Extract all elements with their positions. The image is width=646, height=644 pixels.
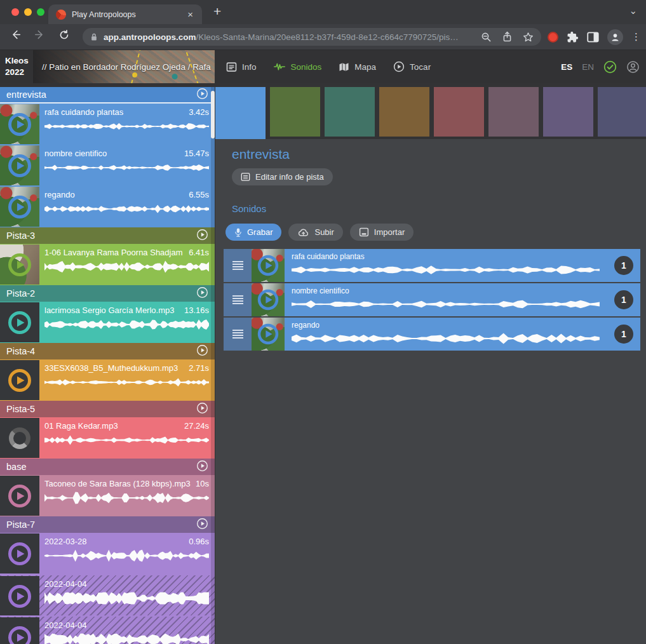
- track-play-button[interactable]: [196, 229, 208, 243]
- sound-thumbnail[interactable]: [252, 249, 285, 282]
- track-play-button[interactable]: [196, 460, 208, 474]
- track-play-button[interactable]: [196, 344, 208, 358]
- nav-item-mapa[interactable]: Mapa: [339, 62, 376, 72]
- track-color-block[interactable]: [270, 87, 320, 137]
- import-button[interactable]: Importar: [350, 224, 414, 241]
- sound-thumbnail[interactable]: [0, 418, 39, 458]
- sync-check-icon[interactable]: [603, 60, 617, 74]
- url-bar[interactable]: app.antropoloops.com/Kleos-Santa-Marina/…: [83, 28, 541, 46]
- sidebar-scrollbar[interactable]: [211, 87, 215, 644]
- track-play-button[interactable]: [196, 402, 208, 416]
- nav-label: Tocar: [410, 62, 431, 72]
- panel-sound-row[interactable]: regando1: [224, 318, 640, 351]
- sound-item[interactable]: 33ESX6038_B5_Muthedukkum.mp32.71s: [0, 359, 215, 401]
- sound-thumbnail[interactable]: [0, 245, 39, 285]
- track-color-block[interactable]: [325, 87, 375, 137]
- back-button[interactable]: [10, 29, 22, 44]
- import-icon: [359, 227, 369, 237]
- reload-button[interactable]: [58, 29, 70, 44]
- track-color-block[interactable]: [543, 87, 593, 137]
- sound-item[interactable]: rafa cuidando plantas3.42s: [0, 104, 215, 145]
- sound-thumbnail[interactable]: [0, 576, 39, 616]
- sound-item[interactable]: Taconeo de Sara Baras (128 kbps).mp310s: [0, 475, 215, 516]
- panel-sound-row[interactable]: rafa cuidando plantas1: [224, 249, 640, 282]
- sound-body[interactable]: regando1: [285, 318, 640, 351]
- sound-thumbnail[interactable]: [0, 360, 39, 400]
- bookmark-star-icon[interactable]: [523, 32, 534, 43]
- track-play-button[interactable]: [196, 286, 208, 300]
- track-header[interactable]: Pista-2: [0, 285, 215, 302]
- track-header[interactable]: Pista-3: [0, 227, 215, 244]
- track-header[interactable]: Pista-4: [0, 343, 215, 359]
- sound-waveform: [44, 633, 209, 644]
- track-play-button[interactable]: [196, 518, 208, 532]
- minimize-window-button[interactable]: [24, 8, 32, 16]
- upload-button[interactable]: Subir: [288, 224, 342, 241]
- browser-tab[interactable]: Play Antropoloops ×: [48, 4, 202, 24]
- track-color-block[interactable]: [215, 87, 266, 139]
- track-color-block[interactable]: [434, 87, 484, 137]
- microphone-icon: [234, 227, 242, 238]
- close-tab-icon[interactable]: ×: [186, 8, 194, 20]
- panel-sound-row[interactable]: nombre cientifico1: [224, 283, 640, 316]
- close-window-button[interactable]: [11, 8, 19, 16]
- sound-item[interactable]: 2022-04-04: [0, 574, 215, 615]
- drag-handle[interactable]: [224, 318, 252, 351]
- record-button[interactable]: Grabar: [225, 224, 281, 241]
- edit-track-info-button[interactable]: Editar info de pista: [232, 168, 333, 185]
- track-header[interactable]: Pista-5: [0, 401, 215, 417]
- recording-extension-icon[interactable]: [548, 32, 558, 43]
- share-icon[interactable]: [502, 31, 512, 43]
- track-color-block[interactable]: [488, 87, 539, 137]
- sound-thumbnail[interactable]: [0, 617, 39, 644]
- sound-thumbnail[interactable]: [0, 104, 39, 144]
- new-tab-button[interactable]: +: [213, 4, 221, 19]
- sound-thumbnail[interactable]: [0, 476, 39, 516]
- account-icon[interactable]: [626, 60, 640, 74]
- track-play-button[interactable]: [196, 88, 208, 102]
- track-header[interactable]: entrevista: [0, 87, 215, 104]
- sound-thumbnail[interactable]: [0, 145, 39, 185]
- sound-thumbnail[interactable]: [0, 187, 39, 227]
- tab-search-chevron-icon[interactable]: ⌄: [629, 5, 637, 17]
- app-logo[interactable]: Kleos 2022: [5, 55, 29, 78]
- sound-title: 01 Raga Kedar.mp3: [44, 421, 180, 431]
- nav-item-sonidos[interactable]: Sonidos: [274, 62, 322, 72]
- maximize-window-button[interactable]: [37, 8, 44, 16]
- sound-thumbnail[interactable]: [0, 533, 39, 574]
- nav-item-info[interactable]: Info: [226, 62, 257, 72]
- side-panel-icon[interactable]: [587, 32, 599, 43]
- track-color-block[interactable]: [379, 87, 429, 137]
- extensions-puzzle-icon[interactable]: [567, 31, 579, 43]
- waveform: [44, 492, 209, 504]
- track-color-block[interactable]: [598, 87, 646, 137]
- tab-title: Play Antropoloops: [72, 10, 186, 19]
- sound-item[interactable]: 2022-04-04: [0, 615, 215, 644]
- browser-menu-icon[interactable]: ⋮: [631, 31, 641, 43]
- window-controls[interactable]: [11, 8, 44, 16]
- drag-handle[interactable]: [224, 249, 252, 282]
- track-header[interactable]: base: [0, 459, 215, 475]
- forward-button[interactable]: [34, 29, 46, 44]
- nav-item-tocar[interactable]: Tocar: [393, 61, 431, 72]
- zoom-icon[interactable]: [481, 32, 492, 43]
- browser-tab-strip: Play Antropoloops × + ⌄: [0, 0, 646, 24]
- scrollbar-thumb[interactable]: [211, 91, 215, 138]
- sound-item[interactable]: 1-06 Lavanya Rama Poorna Shadjam Rupak..…: [0, 244, 215, 285]
- sound-body[interactable]: rafa cuidando plantas1: [285, 249, 640, 282]
- sound-thumbnail[interactable]: [252, 283, 285, 316]
- language-es[interactable]: ES: [561, 62, 572, 72]
- sound-body[interactable]: nombre cientifico1: [285, 283, 640, 316]
- project-map-thumbnail[interactable]: // Patio en Bordador Rodríguez Ojeda / R…: [33, 50, 215, 83]
- drag-handle[interactable]: [224, 283, 252, 316]
- language-en[interactable]: EN: [582, 62, 594, 72]
- sound-item[interactable]: 01 Raga Kedar.mp327.24s: [0, 417, 215, 459]
- profile-avatar[interactable]: [607, 29, 623, 45]
- sound-thumbnail[interactable]: [252, 318, 285, 351]
- sound-item[interactable]: nombre cientifico15.47s: [0, 145, 215, 186]
- sound-item[interactable]: 2022-03-280.96s: [0, 533, 215, 574]
- track-header[interactable]: Pista-7: [0, 516, 215, 533]
- sound-thumbnail[interactable]: [0, 302, 39, 342]
- sound-item[interactable]: lacrimosa Sergio García Merlo.mp313.16s: [0, 302, 215, 343]
- sound-item[interactable]: regando6.55s: [0, 186, 215, 227]
